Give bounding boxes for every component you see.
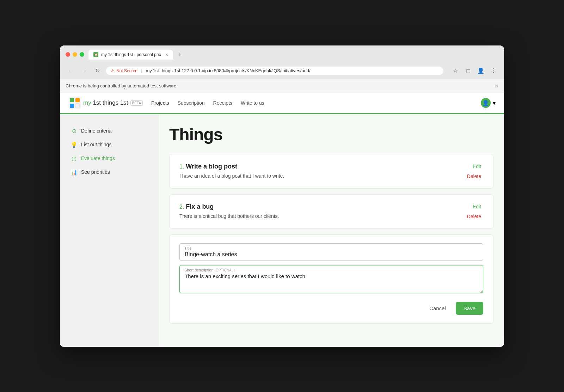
active-tab[interactable]: 🏠 my 1st things 1st - personal prio × [88, 50, 173, 60]
sidebar-item-define-criteria[interactable]: ⊙ Define criteria [67, 125, 152, 137]
bookmark-button[interactable]: ☆ [450, 66, 460, 76]
thing-card-1: 1. Write a blog post I have an idea of a… [169, 154, 494, 189]
not-secure-indicator: ⚠ Not Secure [111, 68, 137, 73]
sidebar-label-list-out-things: List out things [81, 142, 111, 147]
title-form-group: Title [179, 243, 483, 261]
desc-form-group: Short description (OPTIONAL) [179, 265, 483, 295]
tab-favicon: 🏠 [93, 52, 98, 57]
thing-number-2: 2. [179, 204, 184, 210]
sidebar-item-see-priorities[interactable]: 📊 See priorities [67, 166, 152, 178]
description-input[interactable] [179, 265, 483, 293]
extension-button[interactable]: ◻ [463, 66, 473, 76]
notification-text: Chrome is being controlled by automated … [66, 83, 178, 88]
user-dropdown-arrow: ▾ [493, 100, 496, 106]
title-field-wrapper: Title [179, 243, 483, 261]
thing-name-2: Fix a bug [186, 203, 214, 210]
thing-title-2: 2. Fix a bug [179, 203, 456, 210]
svg-rect-1 [70, 98, 74, 102]
save-button[interactable]: Save [456, 302, 483, 315]
logo-my: my [83, 99, 91, 106]
logo-rest: 1st things 1st [91, 99, 128, 106]
add-form-fields: Title Short description (OPTIONAL) [179, 243, 483, 299]
logo-text: my 1st things 1st [83, 99, 128, 106]
tab-title: my 1st things 1st - personal prio [101, 52, 161, 57]
thing-card-content-2: 2. Fix a bug There is a critical bug tha… [179, 203, 456, 219]
address-actions: ☆ ◻ 👤 ⋮ [450, 66, 498, 76]
user-menu[interactable]: 👤 ▾ [481, 98, 496, 108]
clock-icon: ◷ [70, 155, 78, 162]
minimize-button[interactable] [73, 52, 77, 57]
thing-description-2: There is a critical bug that bothers our… [179, 213, 456, 219]
close-button[interactable] [66, 52, 70, 57]
title-bar: 🏠 my 1st things 1st - personal prio × + [60, 45, 504, 63]
edit-button-2[interactable]: Edit [471, 203, 483, 210]
thing-actions-2: Edit Delete [465, 203, 483, 220]
back-button[interactable]: ← [66, 66, 75, 76]
delete-button-1[interactable]: Delete [465, 173, 483, 180]
tab-close-button[interactable]: × [165, 52, 168, 57]
new-tab-button[interactable]: + [174, 50, 184, 60]
title-input[interactable] [179, 243, 483, 261]
address-url: my.1st-things-1st.127.0.0.1.xip.io:8080/… [146, 68, 439, 73]
thing-actions-1: Edit Delete [465, 163, 483, 180]
notification-close-button[interactable]: × [495, 83, 498, 89]
check-circle-icon: ⊙ [70, 128, 78, 134]
not-secure-label: Not Secure [116, 68, 137, 73]
beta-badge: BETA [130, 100, 143, 106]
nav-write-to-us[interactable]: Write to us [241, 100, 264, 106]
chart-icon: 📊 [70, 169, 78, 176]
sidebar-item-evaluate-things[interactable]: ◷ Evaluate things [67, 152, 152, 165]
user-avatar: 👤 [481, 98, 491, 108]
address-divider: | [141, 68, 142, 73]
thing-description-1: I have an idea of a blog post that I wan… [179, 173, 456, 179]
sidebar-item-list-out-things[interactable]: 💡 List out things [67, 139, 152, 151]
thing-card-2: 2. Fix a bug There is a critical bug tha… [169, 194, 494, 229]
sidebar-label-define-criteria: Define criteria [81, 128, 111, 134]
add-form-row: Title Short description (OPTIONAL) [179, 243, 483, 299]
lightbulb-icon: 💡 [70, 141, 78, 148]
nav-receipts[interactable]: Receipts [213, 100, 232, 106]
maximize-button[interactable] [80, 52, 84, 57]
menu-button[interactable]: ⋮ [489, 66, 498, 76]
nav-subscription[interactable]: Subscription [178, 100, 205, 106]
browser-window: 🏠 my 1st things 1st - personal prio × + … [60, 45, 504, 347]
app-logo[interactable]: my 1st things 1st BETA [68, 97, 143, 109]
desc-field-wrapper: Short description (OPTIONAL) [179, 265, 483, 295]
nav-projects[interactable]: Projects [151, 100, 169, 106]
add-thing-card: Title Short description (OPTIONAL) [169, 234, 494, 324]
app-navbar: my 1st things 1st BETA Projects Subscrip… [60, 93, 504, 114]
notification-bar: Chrome is being controlled by automated … [60, 79, 504, 93]
address-bar-row: ← → ↻ ⚠ Not Secure | my.1st-things-1st.1… [60, 63, 504, 79]
profile-button[interactable]: 👤 [476, 66, 486, 76]
app-content: my 1st things 1st BETA Projects Subscrip… [60, 93, 504, 347]
delete-button-2[interactable]: Delete [465, 213, 483, 220]
svg-rect-2 [75, 98, 80, 102]
add-card-actions: Cancel Save [179, 302, 483, 315]
app-nav-links: Projects Subscription Receipts Write to … [151, 100, 481, 106]
cancel-button[interactable]: Cancel [424, 302, 451, 314]
thing-title-1: 1. Write a blog post [179, 163, 456, 170]
edit-button-1[interactable]: Edit [471, 163, 483, 170]
address-box[interactable]: ⚠ Not Secure | my.1st-things-1st.127.0.0… [106, 66, 443, 75]
svg-rect-3 [70, 104, 74, 108]
traffic-lights [66, 52, 84, 57]
thing-card-content-1: 1. Write a blog post I have an idea of a… [179, 163, 456, 179]
logo-icon [68, 97, 81, 109]
thing-number-1: 1. [179, 164, 184, 170]
content-area: Things 1. Write a blog post I have an id… [159, 114, 504, 347]
sidebar-label-evaluate-things: Evaluate things [81, 155, 115, 161]
thing-name-1: Write a blog post [186, 163, 237, 170]
warning-icon: ⚠ [111, 68, 115, 73]
forward-button[interactable]: → [79, 66, 89, 76]
main-layout: ⊙ Define criteria 💡 List out things ◷ Ev… [60, 114, 504, 347]
svg-rect-4 [75, 104, 80, 108]
reload-button[interactable]: ↻ [92, 66, 102, 76]
page-title: Things [169, 125, 494, 144]
sidebar-label-see-priorities: See priorities [81, 169, 110, 175]
tab-bar: 🏠 my 1st things 1st - personal prio × + [88, 50, 498, 60]
sidebar: ⊙ Define criteria 💡 List out things ◷ Ev… [60, 114, 159, 347]
